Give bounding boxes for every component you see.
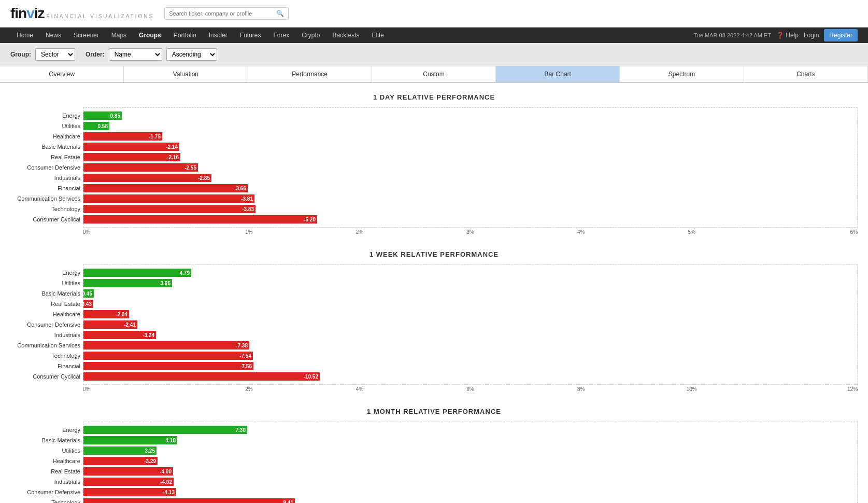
bar-label: Energy (11, 427, 83, 433)
bar: -2.16 (83, 153, 180, 161)
bar-container: -10.52 (83, 372, 353, 381)
bar-label: Industrials (11, 332, 83, 338)
nav-backtests[interactable]: Backtests (326, 27, 366, 43)
bar-value: 0.85 (110, 113, 120, 119)
bar-container: -2.41 (83, 320, 353, 329)
bar-value: -4.02 (160, 479, 172, 485)
bar-label: Healthcare (11, 133, 83, 139)
bar-label: Utilities (11, 280, 83, 286)
chart-title-1: 1 WEEK RELATIVE PERFORMANCE (10, 250, 858, 258)
bar-value: -4.13 (163, 490, 175, 495)
bar: 0.45 (83, 289, 94, 298)
nav-portfolio[interactable]: Portfolio (167, 27, 203, 43)
search-input[interactable] (169, 10, 273, 17)
bar-container: -4.13 (83, 487, 353, 497)
bar-row: Real Estate-2.16 (83, 152, 852, 162)
bar: -4.00 (83, 467, 173, 476)
bar-container: -2.14 (83, 142, 353, 151)
search-icon[interactable]: 🔍 (276, 10, 284, 17)
tab-bar-chart[interactable]: Bar Chart (496, 66, 620, 82)
nav-insider[interactable]: Insider (203, 27, 234, 43)
bar-row: Financial-7.56 (83, 361, 852, 371)
x-tick: 4% (525, 229, 636, 235)
bar: 7.30 (83, 426, 247, 434)
bar-row: Energy0.85 (83, 111, 852, 120)
nav-maps[interactable]: Maps (105, 27, 133, 43)
group-select[interactable]: Sector Industry Country (35, 48, 75, 61)
bar-value: -7.56 (240, 364, 252, 369)
logo-text: finviz (10, 5, 45, 22)
nav-help[interactable]: ❓ Help (776, 32, 799, 39)
bar-row: Utilities3.95 (83, 278, 852, 288)
bar-label: Real Estate (11, 154, 83, 160)
bar-value: 3.25 (145, 448, 155, 454)
bar: -9.41 (83, 498, 295, 503)
tab-valuation[interactable]: Valuation (124, 66, 248, 82)
bar-container: -2.85 (83, 173, 353, 183)
nav-groups[interactable]: Groups (133, 27, 167, 43)
bar-label: Technology (11, 206, 83, 212)
bar-container: -3.83 (83, 204, 353, 214)
chart-section-0: 1 DAY RELATIVE PERFORMANCEEnergy0.85Util… (10, 93, 858, 235)
bar-row: Industrials-2.85 (83, 173, 852, 183)
x-tick: 3% (415, 229, 526, 235)
x-tick: 12% (747, 386, 858, 392)
bar-label: Utilities (11, 448, 83, 454)
bar-container: 7.30 (83, 425, 353, 435)
datetime: Tue MAR 08 2022 4:42 AM ET (694, 32, 771, 38)
bar-container: -2.55 (83, 163, 353, 172)
tab-overview[interactable]: Overview (0, 66, 124, 82)
header: finviz FINANCIAL VISUALIZATIONS 🔍 (0, 0, 868, 27)
tab-performance[interactable]: Performance (248, 66, 372, 82)
bar-value: -2.85 (198, 175, 210, 181)
logo: finviz FINANCIAL VISUALIZATIONS (10, 5, 154, 22)
nav-forex[interactable]: Forex (267, 27, 296, 43)
bar-label: Consumer Cyclical (11, 373, 83, 380)
bar-container: -9.41 (83, 498, 353, 503)
bar-container: -3.29 (83, 456, 353, 466)
bar-label: Communication Services (11, 342, 83, 348)
bar-label: Industrials (11, 175, 83, 181)
bar-container: -7.54 (83, 351, 353, 360)
chart-area-1: Energy4.79Utilities3.95Basic Materials0.… (83, 264, 858, 385)
nav-crypto[interactable]: Crypto (295, 27, 326, 43)
bar-container: -4.02 (83, 477, 353, 486)
direction-select[interactable]: Ascending Descending (166, 48, 217, 61)
x-tick: 5% (636, 229, 747, 235)
bar-value: -7.54 (239, 353, 251, 359)
bar-value: -1.75 (149, 134, 161, 139)
tab-custom[interactable]: Custom (372, 66, 496, 82)
bar-row: Utilities3.25 (83, 446, 852, 455)
nav-screener[interactable]: Screener (67, 27, 105, 43)
bar: -7.54 (83, 352, 253, 360)
nav-elite[interactable]: Elite (366, 27, 390, 43)
bar-value: -2.41 (124, 322, 136, 328)
bar: -4.02 (83, 478, 174, 486)
bar-label: Consumer Cyclical (11, 216, 83, 222)
order-select[interactable]: Name Performance (109, 48, 162, 61)
bar-value: -2.16 (167, 155, 179, 160)
nav-home[interactable]: Home (10, 27, 39, 43)
nav-login[interactable]: Login (804, 32, 819, 39)
bar-row: Industrials-3.24 (83, 330, 852, 340)
bar-label: Consumer Defensive (11, 489, 83, 495)
nav-news[interactable]: News (39, 27, 67, 43)
bar-container: 3.95 (83, 278, 353, 288)
search-bar[interactable]: 🔍 (164, 7, 289, 20)
bar-label: Consumer Defensive (11, 322, 83, 328)
bar-row: Consumer Defensive-2.41 (83, 320, 852, 329)
main-nav: Home News Screener Maps Groups Portfolio… (0, 27, 868, 43)
bar: -10.52 (83, 372, 320, 381)
bar-row: Financial-3.66 (83, 184, 852, 193)
tab-charts[interactable]: Charts (744, 66, 868, 82)
bar-label: Industrials (11, 479, 83, 485)
tab-spectrum[interactable]: Spectrum (620, 66, 744, 82)
group-label: Group: (10, 51, 31, 58)
bar: 0.58 (83, 122, 109, 130)
bar-row: Technology-3.83 (83, 204, 852, 214)
x-tick: 2% (304, 229, 415, 235)
bar-value: 4.18 (166, 438, 176, 443)
nav-futures[interactable]: Futures (234, 27, 267, 43)
bar-value: -4.00 (160, 469, 172, 474)
nav-register[interactable]: Register (824, 29, 858, 41)
